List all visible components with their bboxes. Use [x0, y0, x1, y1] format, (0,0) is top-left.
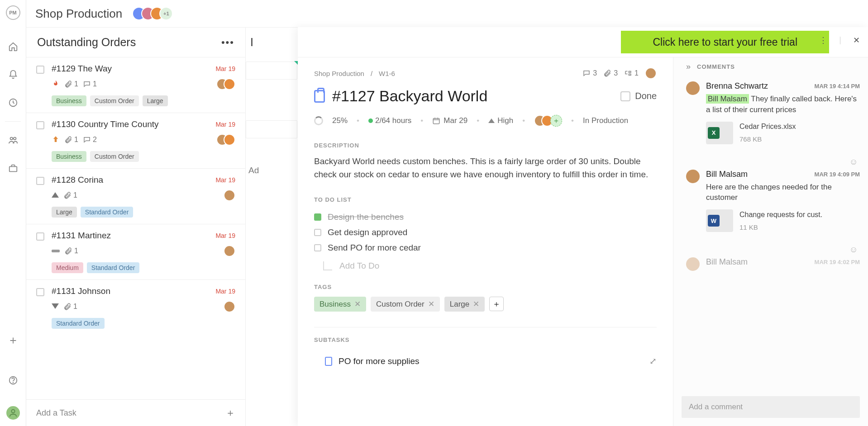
- task-card[interactable]: #1131 MartinezMar 19 1 MediumStandard Or…: [26, 224, 245, 279]
- clock-icon[interactable]: [7, 97, 19, 109]
- checkbox-icon[interactable]: [36, 177, 44, 185]
- card-stub[interactable]: [246, 62, 297, 80]
- plus-icon[interactable]: [7, 335, 19, 346]
- avatar[interactable]: [686, 170, 700, 183]
- help-icon[interactable]: [7, 374, 19, 386]
- card-date: Mar 19: [215, 288, 235, 295]
- todo-label: Design the benches: [328, 212, 404, 222]
- tag[interactable]: Standard Order: [87, 262, 140, 273]
- user-avatar[interactable]: [6, 406, 20, 420]
- tag[interactable]: Business: [52, 95, 86, 106]
- tag[interactable]: Custom Order: [90, 151, 139, 162]
- tag[interactable]: Medium: [52, 262, 83, 273]
- bell-icon[interactable]: [7, 69, 19, 80]
- open-subtask-icon[interactable]: ⤢: [649, 356, 657, 366]
- assignee-avatar[interactable]: [224, 301, 235, 312]
- todo-item[interactable]: Design the benches: [314, 209, 657, 225]
- priority-icon: [52, 135, 60, 145]
- assignee-avatar[interactable]: [224, 78, 235, 90]
- react-icon[interactable]: ☺: [849, 157, 858, 167]
- checkbox-icon: [620, 91, 630, 101]
- checkbox-icon[interactable]: [36, 232, 44, 241]
- tag[interactable]: Standard Order: [52, 318, 105, 329]
- card-stub[interactable]: [246, 120, 297, 138]
- task-status[interactable]: In Production: [583, 116, 628, 125]
- file-size: 11 KB: [739, 223, 822, 231]
- expand-icon[interactable]: »: [686, 62, 691, 71]
- section-tags: TAGS: [314, 284, 657, 290]
- attachment-count[interactable]: 3: [603, 69, 618, 77]
- assignees[interactable]: ＋: [534, 115, 562, 127]
- todo-item[interactable]: Send PO for more cedar: [314, 240, 657, 256]
- due-date[interactable]: Mar 29: [432, 116, 467, 125]
- breadcrumb-code[interactable]: W1-6: [379, 70, 395, 77]
- add-tag[interactable]: ＋: [489, 297, 504, 311]
- more-menu[interactable]: ⋮: [819, 35, 827, 45]
- checkbox-icon[interactable]: [36, 121, 44, 129]
- card-date: Mar 19: [215, 65, 235, 72]
- breadcrumb-project[interactable]: Shop Production: [314, 70, 364, 77]
- tag[interactable]: Business ✕: [314, 297, 366, 312]
- tag[interactable]: Large ✕: [444, 297, 485, 312]
- comment-text: Here are the changes needed for the cust…: [706, 182, 860, 204]
- column-menu[interactable]: •••: [221, 37, 234, 48]
- progress-ring-icon[interactable]: [314, 116, 323, 125]
- react-icon[interactable]: ☺: [849, 245, 858, 255]
- assignee-avatar[interactable]: [224, 245, 235, 257]
- attachment-count: 1: [63, 191, 77, 199]
- briefcase-icon[interactable]: [7, 162, 19, 174]
- avatar[interactable]: [686, 257, 700, 271]
- subtask-item[interactable]: PO for more supplies ⤢: [325, 350, 657, 366]
- priority[interactable]: High: [488, 116, 513, 125]
- mention[interactable]: Bill Malsam: [706, 94, 749, 104]
- remove-tag-icon[interactable]: ✕: [428, 299, 434, 309]
- plus-icon: ＋: [225, 406, 235, 420]
- tag[interactable]: Large: [143, 95, 168, 106]
- checkbox-icon: [314, 229, 321, 236]
- remove-tag-icon[interactable]: ✕: [473, 299, 479, 309]
- add-todo[interactable]: Add To Do: [323, 261, 657, 271]
- task-owner-avatar[interactable]: [645, 67, 657, 79]
- todo-item[interactable]: Get design approved: [314, 225, 657, 240]
- card-title: #1131 Martinez: [52, 231, 111, 241]
- column-name: I: [246, 28, 300, 57]
- people-icon[interactable]: [7, 134, 19, 146]
- card-date: Mar 19: [215, 121, 235, 128]
- section-subtasks: SUBTASKS: [314, 336, 657, 343]
- comment-author: Brenna Schwartz: [706, 81, 768, 91]
- tag[interactable]: Custom Order ✕: [371, 297, 440, 312]
- hours[interactable]: 2/64 hours: [368, 116, 411, 125]
- home-icon[interactable]: [7, 41, 19, 52]
- comment-count[interactable]: 3: [582, 69, 597, 77]
- avatar[interactable]: [686, 81, 700, 95]
- remove-tag-icon[interactable]: ✕: [354, 299, 361, 309]
- task-description[interactable]: Backyard World needs custom benches. Thi…: [314, 155, 657, 181]
- assignee-avatar[interactable]: [224, 134, 235, 146]
- tag[interactable]: Business: [52, 151, 86, 162]
- close-icon[interactable]: ✕: [853, 35, 860, 45]
- add-task[interactable]: Add a Task ＋: [26, 399, 245, 426]
- assignee-avatar[interactable]: [224, 189, 235, 201]
- checkbox-icon[interactable]: [36, 66, 44, 74]
- tag[interactable]: Standard Order: [81, 207, 134, 218]
- subtask-count[interactable]: 1: [624, 69, 639, 77]
- task-card[interactable]: #1131 JohnsonMar 19 1 Standard Order: [26, 279, 245, 335]
- checkbox-icon[interactable]: [36, 288, 44, 296]
- todo-label: Get design approved: [328, 227, 407, 237]
- task-card[interactable]: #1130 Country Time CountyMar 19 1 2 Busi…: [26, 113, 245, 168]
- tag[interactable]: Large: [52, 207, 77, 218]
- members-more[interactable]: +1: [159, 7, 173, 20]
- app-logo[interactable]: PM: [6, 5, 20, 20]
- add-task[interactable]: Ad: [246, 166, 300, 175]
- project-members[interactable]: +1: [132, 7, 173, 20]
- attachment[interactable]: X Cedar Prices.xlsx768 KB: [706, 122, 860, 144]
- task-card[interactable]: #1128 CorinaMar 19 1 LargeStandard Order: [26, 168, 245, 224]
- attachment-count: 1: [63, 303, 77, 311]
- add-comment-input[interactable]: Add a comment: [682, 396, 860, 418]
- add-assignee[interactable]: ＋: [550, 115, 562, 127]
- tag[interactable]: Custom Order: [90, 95, 139, 106]
- done-toggle[interactable]: Done: [620, 91, 657, 101]
- attachment[interactable]: W Change requests for cust.11 KB: [706, 209, 860, 232]
- trial-banner[interactable]: Click here to start your free trial: [621, 31, 829, 53]
- task-card[interactable]: #1129 The WayMar 19 1 1 BusinessCustom O…: [26, 57, 245, 113]
